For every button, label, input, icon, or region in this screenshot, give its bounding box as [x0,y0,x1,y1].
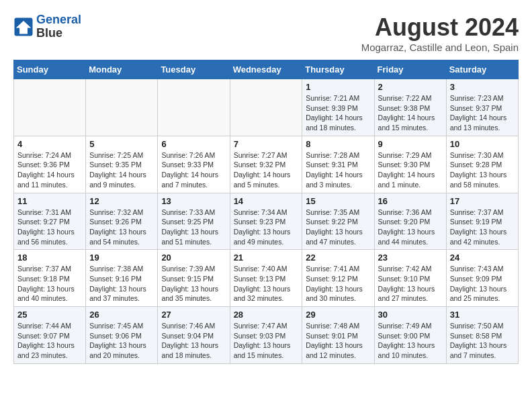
calendar-cell: 17Sunrise: 7:37 AM Sunset: 9:19 PM Dayli… [446,193,518,250]
day-number: 25 [17,310,82,320]
weekday-header-friday: Friday [374,60,446,79]
day-number: 3 [450,82,515,92]
weekday-header-saturday: Saturday [446,60,518,79]
day-info: Sunrise: 7:31 AM Sunset: 9:27 PM Dayligh… [17,208,82,247]
calendar-cell: 9Sunrise: 7:29 AM Sunset: 9:30 PM Daylig… [374,136,446,193]
logo-text: General Blue [36,13,81,40]
day-number: 8 [306,139,370,149]
day-number: 4 [17,139,82,149]
day-number: 15 [306,196,370,206]
day-info: Sunrise: 7:37 AM Sunset: 9:19 PM Dayligh… [450,208,515,247]
calendar-cell: 20Sunrise: 7:39 AM Sunset: 9:15 PM Dayli… [158,250,230,307]
day-info: Sunrise: 7:35 AM Sunset: 9:22 PM Dayligh… [306,208,370,247]
day-info: Sunrise: 7:46 AM Sunset: 9:04 PM Dayligh… [161,321,226,361]
calendar-cell: 19Sunrise: 7:38 AM Sunset: 9:16 PM Dayli… [86,250,158,307]
day-number: 30 [378,310,443,320]
calendar-cell: 13Sunrise: 7:33 AM Sunset: 9:25 PM Dayli… [158,193,230,250]
calendar-cell [14,79,86,136]
weekday-header-thursday: Thursday [302,60,374,79]
calendar-cell: 28Sunrise: 7:47 AM Sunset: 9:03 PM Dayli… [230,307,302,364]
calendar-cell [158,79,230,136]
day-info: Sunrise: 7:21 AM Sunset: 9:39 PM Dayligh… [306,93,370,133]
calendar-cell: 12Sunrise: 7:32 AM Sunset: 9:26 PM Dayli… [86,193,158,250]
logo: General Blue [13,13,81,40]
day-number: 7 [234,139,299,149]
calendar-cell: 1Sunrise: 7:21 AM Sunset: 9:39 PM Daylig… [302,79,374,136]
day-info: Sunrise: 7:44 AM Sunset: 9:07 PM Dayligh… [17,321,82,361]
day-number: 24 [450,253,515,263]
day-number: 2 [378,82,443,92]
day-info: Sunrise: 7:24 AM Sunset: 9:36 PM Dayligh… [17,150,82,190]
day-number: 29 [306,310,370,320]
day-info: Sunrise: 7:23 AM Sunset: 9:37 PM Dayligh… [450,93,515,133]
calendar-cell: 4Sunrise: 7:24 AM Sunset: 9:36 PM Daylig… [14,136,86,193]
day-info: Sunrise: 7:32 AM Sunset: 9:26 PM Dayligh… [89,208,154,247]
day-info: Sunrise: 7:22 AM Sunset: 9:38 PM Dayligh… [378,93,443,133]
day-info: Sunrise: 7:25 AM Sunset: 9:35 PM Dayligh… [89,150,154,190]
day-number: 16 [378,196,443,206]
day-number: 27 [161,310,226,320]
calendar-cell: 6Sunrise: 7:26 AM Sunset: 9:33 PM Daylig… [158,136,230,193]
calendar-cell: 18Sunrise: 7:37 AM Sunset: 9:18 PM Dayli… [14,250,86,307]
day-number: 23 [378,253,443,263]
day-info: Sunrise: 7:49 AM Sunset: 9:00 PM Dayligh… [378,321,443,361]
day-info: Sunrise: 7:43 AM Sunset: 9:09 PM Dayligh… [450,264,515,304]
calendar-cell: 22Sunrise: 7:41 AM Sunset: 9:12 PM Dayli… [302,250,374,307]
weekday-header-sunday: Sunday [14,60,86,79]
title-block: August 2024 Mogarraz, Castille and Leon,… [361,13,519,53]
day-number: 13 [161,196,226,206]
day-info: Sunrise: 7:28 AM Sunset: 9:31 PM Dayligh… [306,150,370,190]
day-number: 10 [450,139,515,149]
day-info: Sunrise: 7:33 AM Sunset: 9:25 PM Dayligh… [161,208,226,247]
calendar-cell: 27Sunrise: 7:46 AM Sunset: 9:04 PM Dayli… [158,307,230,364]
day-number: 5 [89,139,154,149]
day-info: Sunrise: 7:50 AM Sunset: 8:58 PM Dayligh… [450,321,515,361]
calendar-cell: 26Sunrise: 7:45 AM Sunset: 9:06 PM Dayli… [86,307,158,364]
day-info: Sunrise: 7:38 AM Sunset: 9:16 PM Dayligh… [89,264,154,304]
calendar-cell: 3Sunrise: 7:23 AM Sunset: 9:37 PM Daylig… [446,79,518,136]
weekday-header-wednesday: Wednesday [230,60,302,79]
weekday-header-tuesday: Tuesday [158,60,230,79]
calendar-cell: 8Sunrise: 7:28 AM Sunset: 9:31 PM Daylig… [302,136,374,193]
day-number: 12 [89,196,154,206]
calendar-cell: 31Sunrise: 7:50 AM Sunset: 8:58 PM Dayli… [446,307,518,364]
day-info: Sunrise: 7:36 AM Sunset: 9:20 PM Dayligh… [378,208,443,247]
month-title: August 2024 [361,13,519,42]
location: Mogarraz, Castille and Leon, Spain [361,42,519,53]
calendar-cell: 16Sunrise: 7:36 AM Sunset: 9:20 PM Dayli… [374,193,446,250]
weekday-header-monday: Monday [86,60,158,79]
calendar-cell: 10Sunrise: 7:30 AM Sunset: 9:28 PM Dayli… [446,136,518,193]
calendar-table: SundayMondayTuesdayWednesdayThursdayFrid… [13,60,519,364]
day-number: 1 [306,82,370,92]
day-info: Sunrise: 7:29 AM Sunset: 9:30 PM Dayligh… [378,150,443,190]
day-info: Sunrise: 7:37 AM Sunset: 9:18 PM Dayligh… [17,264,82,304]
calendar-cell [86,79,158,136]
calendar-cell: 23Sunrise: 7:42 AM Sunset: 9:10 PM Dayli… [374,250,446,307]
calendar-cell: 21Sunrise: 7:40 AM Sunset: 9:13 PM Dayli… [230,250,302,307]
day-number: 20 [161,253,226,263]
calendar-cell: 30Sunrise: 7:49 AM Sunset: 9:00 PM Dayli… [374,307,446,364]
calendar-cell: 7Sunrise: 7:27 AM Sunset: 9:32 PM Daylig… [230,136,302,193]
day-info: Sunrise: 7:26 AM Sunset: 9:33 PM Dayligh… [161,150,226,190]
logo-icon [13,17,34,37]
day-number: 31 [450,310,515,320]
day-number: 9 [378,139,443,149]
day-number: 26 [89,310,154,320]
day-info: Sunrise: 7:34 AM Sunset: 9:23 PM Dayligh… [234,208,299,247]
day-info: Sunrise: 7:47 AM Sunset: 9:03 PM Dayligh… [234,321,299,361]
day-number: 22 [306,253,370,263]
calendar-cell: 15Sunrise: 7:35 AM Sunset: 9:22 PM Dayli… [302,193,374,250]
day-number: 14 [234,196,299,206]
day-info: Sunrise: 7:41 AM Sunset: 9:12 PM Dayligh… [306,264,370,304]
calendar-cell: 25Sunrise: 7:44 AM Sunset: 9:07 PM Dayli… [14,307,86,364]
calendar-cell: 11Sunrise: 7:31 AM Sunset: 9:27 PM Dayli… [14,193,86,250]
day-info: Sunrise: 7:27 AM Sunset: 9:32 PM Dayligh… [234,150,299,190]
day-info: Sunrise: 7:45 AM Sunset: 9:06 PM Dayligh… [89,321,154,361]
day-number: 21 [234,253,299,263]
day-number: 6 [161,139,226,149]
calendar-cell: 2Sunrise: 7:22 AM Sunset: 9:38 PM Daylig… [374,79,446,136]
calendar-cell: 14Sunrise: 7:34 AM Sunset: 9:23 PM Dayli… [230,193,302,250]
day-info: Sunrise: 7:39 AM Sunset: 9:15 PM Dayligh… [161,264,226,304]
page-header: General Blue August 2024 Mogarraz, Casti… [13,13,519,53]
day-info: Sunrise: 7:48 AM Sunset: 9:01 PM Dayligh… [306,321,370,361]
